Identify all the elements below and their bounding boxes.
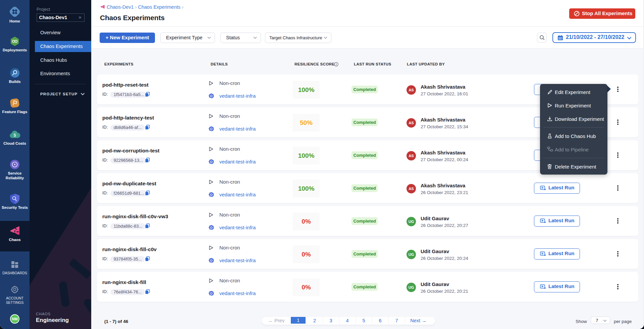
svg-text:$: $ bbox=[13, 133, 16, 138]
